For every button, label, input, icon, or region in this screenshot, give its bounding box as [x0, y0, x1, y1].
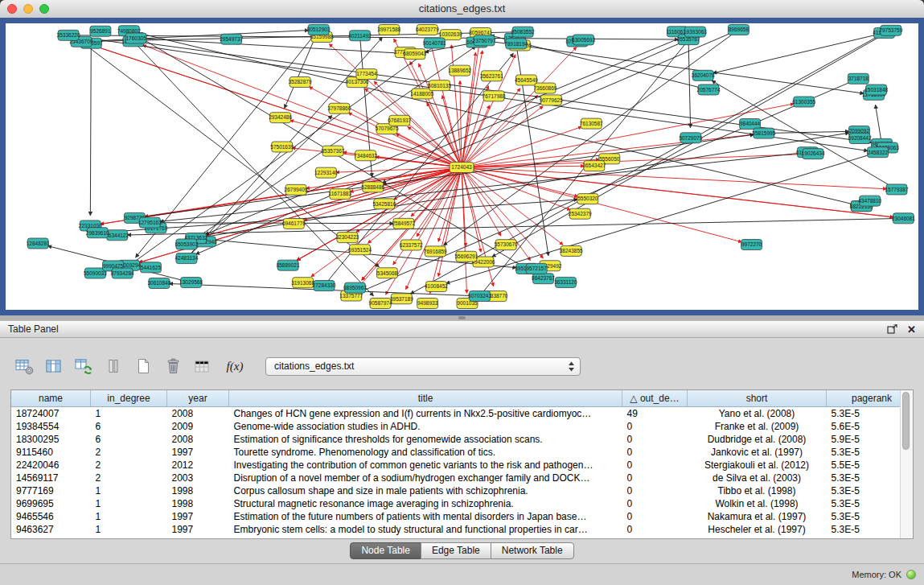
- window-titlebar[interactable]: citations_edges.txt: [0, 0, 924, 19]
- table-cell[interactable]: Embryonic stem cells: a model to study s…: [229, 523, 622, 536]
- graph-node[interactable]: 12795163: [138, 217, 162, 228]
- graph-node[interactable]: 9972270: [741, 239, 762, 249]
- graph-node[interactable]: 8969658: [728, 24, 749, 35]
- graph-node[interactable]: 62337572: [400, 240, 423, 250]
- column-header-out-de[interactable]: △ out_de…: [622, 390, 688, 407]
- graph-edge[interactable]: [90, 43, 91, 216]
- graph-node[interactable]: 76916859: [424, 246, 447, 257]
- graph-node[interactable]: 40211492: [348, 31, 372, 41]
- table-cell[interactable]: 5.3E-5: [827, 497, 901, 510]
- tab-edge-table[interactable]: Edge Table: [421, 542, 491, 559]
- table-cell[interactable]: Jankovic et al. (1997): [688, 446, 827, 459]
- table-row[interactable]: 2242004622012Investigating the contribut…: [11, 459, 900, 472]
- graph-node[interactable]: 57501639: [270, 142, 294, 152]
- table-selector-dropdown[interactable]: citations_edges.txt: [265, 357, 581, 376]
- float-panel-icon[interactable]: [887, 324, 897, 334]
- table-cell[interactable]: Wolkin et al. (1998): [688, 497, 827, 510]
- table-cell[interactable]: 1: [91, 497, 167, 510]
- table-cell[interactable]: 14569117: [11, 472, 91, 484]
- table-disabled-button[interactable]: [191, 356, 214, 377]
- graph-node[interactable]: 25849572: [392, 218, 415, 229]
- graph-node[interactable]: 19393063: [684, 27, 707, 37]
- network-graph[interactable]: 5573067049422006556962917691685962337572…: [6, 23, 918, 310]
- graph-edge[interactable]: [462, 154, 803, 167]
- graph-node[interactable]: 9572157: [526, 263, 547, 274]
- graph-node[interactable]: 69351524: [348, 245, 372, 255]
- column-header-in-degree[interactable]: in_degree: [91, 390, 167, 407]
- vertical-scrollbar[interactable]: [900, 390, 913, 538]
- graph-node[interactable]: 26799409: [285, 184, 308, 195]
- table-row[interactable]: 1830029562008Estimation of significance …: [11, 433, 900, 446]
- graph-node[interactable]: 53425816: [372, 199, 396, 209]
- graph-edge[interactable]: [764, 131, 849, 133]
- table-cell[interactable]: 1: [91, 523, 167, 536]
- scrollbar-thumb[interactable]: [902, 392, 910, 450]
- table-cell[interactable]: 1997: [167, 446, 229, 459]
- graph-node[interactable]: 73484632: [354, 150, 377, 161]
- table-cell[interactable]: Structural magnetic resonance image aver…: [229, 497, 622, 510]
- table-cell[interactable]: 6: [91, 433, 167, 446]
- table-cell[interactable]: Changes of HCN gene expression and I(f) …: [229, 407, 622, 421]
- table-cell[interactable]: 1998: [167, 484, 229, 497]
- table-row[interactable]: 977716911998Corpus callosum shape and si…: [11, 484, 900, 497]
- graph-edge[interactable]: [688, 39, 690, 127]
- table-cell[interactable]: 1998: [167, 497, 229, 510]
- graph-node[interactable]: 73660869: [533, 83, 556, 93]
- graph-edge[interactable]: [128, 218, 904, 235]
- table-columns-button[interactable]: [43, 356, 65, 377]
- table-cell[interactable]: Tourette syndrome. Phenomenology and cla…: [229, 446, 622, 459]
- graph-node[interactable]: 36331120: [554, 277, 577, 287]
- graph-node[interactable]: 3718718: [848, 73, 869, 84]
- column-selector-button[interactable]: [102, 356, 125, 377]
- table-row[interactable]: 946362711997Embryonic stem cells: a mode…: [11, 523, 900, 536]
- table-cell[interactable]: 2009: [167, 420, 229, 433]
- graph-node[interactable]: 9498933: [417, 299, 438, 309]
- graph-edge[interactable]: [133, 41, 373, 295]
- close-button[interactable]: [7, 4, 17, 14]
- graph-node[interactable]: 76130587: [580, 118, 603, 129]
- table-cell[interactable]: Stergiakouli et al. (2012): [688, 459, 827, 472]
- table-cell[interactable]: 9115460: [11, 446, 91, 459]
- table-cell[interactable]: 9777169: [11, 484, 91, 497]
- graph-node[interactable]: 31913068: [291, 278, 314, 288]
- table-cell[interactable]: Estimation of the future numbers of pati…: [229, 510, 622, 523]
- graph-hub-node[interactable]: 1724043: [450, 163, 474, 173]
- graph-node[interactable]: 43478810: [858, 196, 881, 206]
- graph-node[interactable]: 1773454: [356, 69, 377, 80]
- graph-node[interactable]: 19026434: [802, 149, 825, 159]
- table-cell[interactable]: 5.6E-5: [827, 420, 901, 433]
- table-cell[interactable]: 6: [91, 420, 167, 433]
- graph-node[interactable]: 55730670: [495, 240, 518, 250]
- graph-node[interactable]: 80512903: [307, 24, 331, 35]
- graph-node[interactable]: 76717988: [483, 91, 506, 101]
- graph-node[interactable]: 35623761: [480, 71, 503, 81]
- table-cell[interactable]: Dudbridge et al. (2008): [688, 433, 827, 446]
- table-cell[interactable]: 5.3E-5: [827, 446, 901, 459]
- table-cell[interactable]: Investigating the contribution of common…: [229, 459, 622, 472]
- graph-node[interactable]: 65053903: [175, 239, 198, 249]
- graph-node[interactable]: 15779387: [885, 184, 908, 195]
- graph-node[interactable]: 13889652: [448, 65, 471, 76]
- table-cell[interactable]: 5.3E-5: [827, 523, 901, 536]
- graph-node[interactable]: 29342486: [269, 113, 292, 123]
- table-cell[interactable]: 2: [91, 472, 167, 484]
- graph-node[interactable]: 9840444: [740, 119, 761, 130]
- graph-edge[interactable]: [462, 96, 538, 167]
- graph-node[interactable]: 20576774: [697, 84, 721, 95]
- table-cell[interactable]: 49: [622, 407, 688, 421]
- graph-edge[interactable]: [446, 152, 878, 283]
- table-row[interactable]: 1456911722003Disruption of a novel membe…: [11, 472, 900, 484]
- table-cell[interactable]: 1: [91, 510, 167, 523]
- graph-node[interactable]: 85889021: [277, 260, 300, 270]
- graph-node[interactable]: 27284330: [313, 281, 336, 291]
- table-cell[interactable]: 0: [622, 420, 688, 433]
- graph-node[interactable]: 39537189: [390, 294, 413, 304]
- table-cell[interactable]: Disruption of a novel member of a sodium…: [229, 472, 622, 484]
- table-row[interactable]: 1938455462009Genome-wide association stu…: [11, 420, 900, 433]
- splitter-handle-icon[interactable]: [458, 316, 466, 319]
- graph-edge[interactable]: [462, 167, 893, 217]
- table-cell[interactable]: Genome-wide association studies in ADHD.: [229, 420, 622, 433]
- table-cell[interactable]: de Silva et al. (2003): [688, 472, 827, 484]
- graph-edge[interactable]: [361, 79, 859, 292]
- table-cell[interactable]: 2012: [167, 459, 229, 472]
